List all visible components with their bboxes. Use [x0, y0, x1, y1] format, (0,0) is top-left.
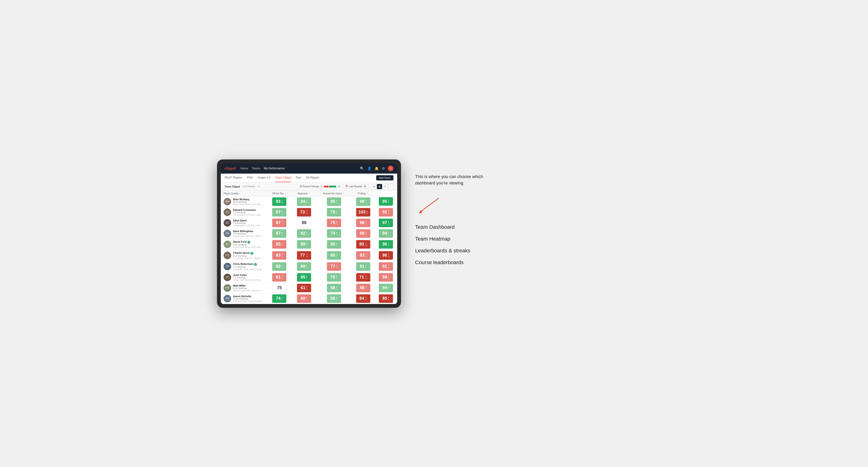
table-row[interactable]: MM Matt Miller 6-10 Handicap Woburn Golf…: [221, 283, 397, 293]
score-box: 60 ▼-1: [297, 294, 311, 303]
player-name[interactable]: Edward Crossman: [233, 209, 264, 211]
score-change: ▼-3: [281, 253, 283, 257]
score-value: 81: [276, 275, 280, 280]
score-value: 80: [331, 253, 335, 258]
score-cell-off_tee: 60 ▼-1: [292, 293, 316, 304]
dashboard-options: Team Dashboard Team Heatmap Leaderboards…: [415, 224, 651, 266]
player-avatar: AN: [224, 295, 231, 302]
nav-teams[interactable]: Teams: [252, 166, 260, 171]
svg-marker-1: [418, 210, 422, 214]
score-change: ▲1: [281, 210, 283, 214]
table-row[interactable]: JC Josh Coles 1-5 Handicap Royal North D…: [221, 272, 397, 283]
table-row[interactable]: CQ Charlie Quick ✓ 6-10 Handicap St. Geo…: [221, 250, 397, 261]
player-avatar: DB: [224, 230, 231, 237]
player-cell-2: EE Elliot Ebert 1-5 Handicap Sunningdale…: [221, 217, 267, 228]
player-name[interactable]: Aaron Nicholls: [233, 295, 263, 298]
player-cell-4: DF David Ford ✓ Plus Handicap Royal Nort…: [221, 239, 267, 250]
player-name[interactable]: Charlie Quick ✓: [233, 251, 264, 255]
score-cell-approach: 74 ▲1: [316, 228, 352, 239]
player-name[interactable]: Blair McHarg: [233, 198, 264, 201]
table-row[interactable]: CR Chris Robertson ✓ 1-5 Handicap Craigm…: [221, 261, 397, 272]
option-leaderboards[interactable]: Leaderboards & streaks: [415, 248, 651, 254]
tab-team-clippd[interactable]: Team Clippd: [275, 174, 291, 182]
score-value: 93: [276, 199, 280, 204]
player-club: Drift Golf Club, United Kingdom: [233, 300, 263, 302]
table-row[interactable]: AN Aaron Nicholls 11-15 Handicap Drift G…: [221, 293, 397, 304]
tab-all-players[interactable]: All Players: [306, 174, 319, 182]
score-value: 95: [301, 275, 305, 280]
settings-icon[interactable]: ⚙: [381, 166, 385, 171]
tab-pga[interactable]: PGA: [247, 174, 253, 182]
score-value: 73: [300, 210, 305, 215]
heatmap-view-button[interactable]: ▦: [377, 184, 382, 189]
option-team-dashboard[interactable]: Team Dashboard: [415, 224, 651, 230]
add-team-button[interactable]: Add Team: [376, 175, 394, 181]
table-row[interactable]: DB Dave Billingham 1-5 Handicap Gog Mago…: [221, 228, 397, 239]
tab-tour[interactable]: Tour: [296, 174, 301, 182]
score-change: ▼-4: [388, 297, 390, 301]
bar-red: [324, 186, 329, 187]
user-icon[interactable]: 👤: [367, 166, 372, 171]
score-value: 88: [302, 220, 306, 225]
score-value: 74: [331, 231, 335, 236]
score-box: 84 ▲6: [297, 197, 311, 206]
player-cell-3: DB Dave Billingham 1-5 Handicap Gog Mago…: [221, 228, 267, 239]
tab-pgat-players[interactable]: PGAT Players: [224, 174, 242, 182]
bar-green: [329, 186, 336, 187]
score-box: 58 ▲4: [327, 284, 341, 292]
score-change: ▲7: [306, 242, 308, 247]
table-row[interactable]: DF David Ford ✓ Plus Handicap Royal Nort…: [221, 239, 397, 250]
score-cell-player_quality: 87 ▲4: [267, 228, 292, 239]
player-name[interactable]: Dave Billingham: [233, 230, 264, 232]
player-cell-6: CR Chris Robertson ✓ 1-5 Handicap Craigm…: [221, 261, 267, 272]
table-row[interactable]: EC Edward Crossman 1-5 Handicap Sunningd…: [221, 207, 397, 217]
player-name[interactable]: Josh Coles: [233, 274, 264, 276]
score-box: 75: [272, 284, 286, 292]
score-box: 73 ▼-11: [297, 208, 311, 217]
score-cell-off_tee: 82 ▲4: [292, 228, 316, 239]
team-header: Team Clippd | 14 Players ✏ 20 Round Chan…: [221, 183, 397, 191]
option-course-leaderboards[interactable]: Course leaderboards: [415, 259, 651, 266]
player-cell-0: BM Blair McHarg Plus Handicap Royal Nort…: [221, 196, 267, 207]
score-cell-player_quality: 83 ▼-3: [267, 250, 292, 261]
download-button[interactable]: ↓: [388, 184, 394, 189]
option-team-heatmap[interactable]: Team Heatmap: [415, 236, 651, 242]
table-row[interactable]: EE Elliot Ebert 1-5 Handicap Sunningdale…: [221, 217, 397, 228]
table-row[interactable]: BM Blair McHarg Plus Handicap Royal Nort…: [221, 196, 397, 207]
score-change: ▼-21: [365, 297, 367, 301]
player-name[interactable]: Matt Miller: [233, 284, 264, 287]
score-box: 83 ▼-10: [356, 240, 370, 249]
score-cell-putting: 85 ▼-4: [375, 293, 397, 304]
score-value: 77: [331, 264, 335, 269]
logo: clippd: [224, 166, 236, 170]
player-name[interactable]: Chris Robertson ✓: [233, 262, 264, 266]
score-value: 80: [331, 242, 335, 247]
edit-team-icon[interactable]: ✏: [258, 185, 260, 188]
score-value: 89: [301, 242, 305, 247]
nav-home[interactable]: Home: [240, 166, 248, 171]
score-box: 95 ▲9: [379, 197, 393, 206]
tab-hcaps[interactable]: Hcaps 1-5: [257, 174, 271, 182]
last-rounds-button[interactable]: 📅 Last Rounds: 20: [343, 184, 368, 189]
score-value: 82: [301, 231, 305, 236]
score-change: ▲6: [306, 199, 308, 204]
avatar[interactable]: U: [388, 165, 394, 171]
player-name[interactable]: David Ford ✓: [233, 240, 264, 244]
tablet-screen: clippd Home Teams My Performance 🔍 👤 🔔 ⚙…: [221, 163, 397, 304]
score-value: 60: [301, 264, 305, 269]
col-approach: Approach →: [292, 191, 316, 196]
score-value: 84: [301, 199, 305, 204]
score-change: ▼-3: [388, 210, 390, 214]
score-box: 93 ▲+4: [272, 197, 286, 206]
score-cell-off_tee: 77 ▼-14: [292, 250, 316, 261]
team-count: | 14 Players: [243, 185, 255, 188]
search-icon[interactable]: 🔍: [360, 166, 365, 171]
score-box: 97 ▲5: [379, 219, 393, 227]
nav-my-performance[interactable]: My Performance: [264, 166, 285, 171]
score-change: ▲8: [336, 199, 338, 204]
list-view-button[interactable]: ☰: [382, 184, 388, 189]
grid-view-button[interactable]: ⊞: [371, 184, 376, 189]
bell-icon[interactable]: 🔔: [374, 166, 379, 171]
player-name[interactable]: Elliot Ebert: [233, 219, 264, 222]
score-cell-approach: 75 ▼-3: [316, 217, 352, 228]
